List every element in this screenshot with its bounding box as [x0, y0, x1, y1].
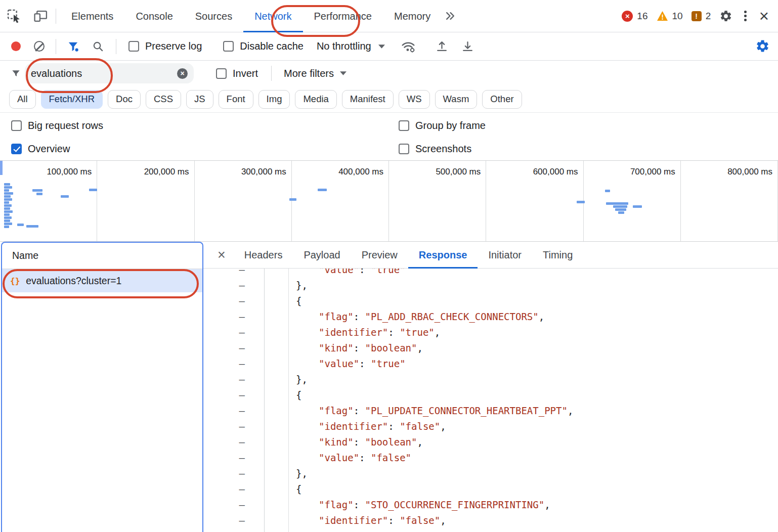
disable-cache-toggle[interactable]: Disable cache [223, 40, 304, 52]
filter-chip-font[interactable]: Font [219, 90, 253, 109]
big-request-rows-toggle[interactable]: Big request rows [11, 120, 399, 131]
network-filter-input[interactable] [31, 68, 177, 79]
group-by-frame-toggle[interactable]: Group by frame [399, 120, 778, 131]
settings-gear-button[interactable] [719, 10, 732, 23]
big-request-rows-checkbox[interactable] [11, 120, 22, 131]
throttling-select[interactable]: No throttling [317, 40, 385, 52]
more-options-button[interactable] [741, 9, 750, 23]
network-activity-bar [633, 205, 642, 208]
plain-token: : [388, 421, 400, 432]
network-activity-bar [318, 189, 327, 191]
screenshots-toggle[interactable]: Screenshots [399, 143, 778, 155]
line-marker: – [203, 419, 264, 434]
more-tabs-button[interactable] [445, 11, 455, 21]
disable-cache-checkbox[interactable] [223, 41, 234, 52]
string-token: "flag" [319, 499, 354, 510]
string-token: "false" [371, 452, 411, 463]
filter-chip-ws[interactable]: WS [399, 90, 430, 109]
console-errors-badge[interactable]: × 16 [622, 11, 647, 22]
filter-chip-css[interactable]: CSS [146, 90, 181, 109]
plain-token: , [440, 515, 446, 526]
overview-toggle[interactable]: Overview [11, 143, 399, 155]
network-overview-timeline[interactable]: 100,000 ms200,000 ms300,000 ms400,000 ms… [0, 161, 778, 242]
response-code: "value": "true" [264, 269, 406, 278]
detail-tab-initiator[interactable]: Initiator [478, 242, 532, 269]
screenshots-checkbox[interactable] [399, 144, 409, 154]
timeline-scroll-handle[interactable] [0, 161, 3, 175]
string-token: "identifier" [319, 515, 388, 526]
network-activity-bar [618, 211, 624, 214]
filter-chip-manifest[interactable]: Manifest [342, 90, 394, 109]
network-activity-bar [4, 189, 9, 192]
network-activity-bar [605, 190, 610, 192]
group-by-frame-checkbox[interactable] [399, 120, 409, 131]
issue-count: 2 [706, 11, 711, 22]
filter-chip-fetch-xhr[interactable]: Fetch/XHR [41, 90, 103, 109]
separator [56, 9, 56, 24]
detail-tab-payload[interactable]: Payload [293, 242, 351, 269]
response-code: "flag": "STO_OCCURRENCE_FINGERPRINTING", [264, 497, 550, 513]
record-network-log-button[interactable] [11, 41, 21, 51]
plain-token: : [354, 311, 365, 322]
devtools-window: ElementsConsoleSourcesNetworkPerformance… [0, 0, 778, 532]
network-conditions-button[interactable] [401, 40, 415, 53]
network-activity-bar [4, 213, 10, 216]
export-har-button[interactable] [461, 40, 474, 53]
clear-network-log-button[interactable] [34, 41, 45, 52]
more-filters-button[interactable]: More filters [284, 68, 347, 79]
tab-network[interactable]: Network [243, 0, 302, 32]
overview-checkbox[interactable] [11, 144, 22, 154]
detail-tab-headers[interactable]: Headers [234, 242, 293, 269]
preserve-log-checkbox[interactable] [128, 41, 139, 52]
device-toolbar-button[interactable] [34, 10, 48, 22]
filter-chip-all[interactable]: All [9, 90, 36, 109]
network-activity-bar [4, 201, 9, 204]
network-activity-bar [606, 202, 628, 205]
response-code-area[interactable]: –"value": "true"–},–{–"flag": "PL_ADD_RB… [203, 269, 778, 532]
filter-chip-doc[interactable]: Doc [108, 90, 141, 109]
filter-chip-img[interactable]: Img [258, 90, 290, 109]
invert-checkbox[interactable] [216, 68, 227, 79]
network-activity-bar [4, 198, 12, 201]
detail-tab-response[interactable]: Response [408, 242, 478, 269]
close-devtools-button[interactable]: × [758, 8, 770, 24]
filter-chip-wasm[interactable]: Wasm [435, 90, 478, 109]
request-row[interactable]: {}evaluations?cluster=1 [2, 269, 202, 292]
detail-tab-preview[interactable]: Preview [351, 242, 408, 269]
tab-sources[interactable]: Sources [184, 0, 243, 32]
filter-chip-js[interactable]: JS [186, 90, 213, 109]
filter-toggle-button[interactable] [67, 40, 79, 52]
import-har-button[interactable] [436, 40, 448, 53]
tab-performance[interactable]: Performance [303, 0, 383, 32]
response-line: –}, [203, 278, 778, 293]
issues-badge[interactable]: ! 2 [691, 11, 711, 22]
tab-memory[interactable]: Memory [383, 0, 442, 32]
network-activity-bar [4, 223, 12, 225]
response-line: –"kind": "boolean", [203, 528, 778, 532]
filter-chip-media[interactable]: Media [295, 90, 336, 109]
console-warnings-badge[interactable]: 10 [657, 11, 683, 22]
tab-console[interactable]: Console [124, 0, 184, 32]
string-token: "PL_ADD_RBAC_CHECK_CONNECTORS" [365, 311, 539, 322]
invert-filter-toggle[interactable]: Invert [216, 68, 258, 79]
plain-token: }, [296, 374, 308, 385]
detail-tab-timing[interactable]: Timing [532, 242, 583, 269]
string-token: "flag" [319, 311, 354, 322]
close-detail-button[interactable]: × [203, 248, 234, 262]
preserve-log-toggle[interactable]: Preserve log [128, 40, 202, 52]
name-column-header[interactable]: Name [2, 243, 202, 269]
search-button[interactable] [92, 40, 104, 52]
clear-filter-button[interactable]: × [177, 68, 188, 79]
request-detail-panel: × HeadersPayloadPreviewResponseInitiator… [203, 242, 778, 532]
response-line: –"flag": "PL_UPDATE_CONNECTOR_HEARTBEAT_… [203, 403, 778, 419]
network-settings-button[interactable] [755, 39, 770, 54]
type-chips: AllFetch/XHRDocCSSJSFontImgMediaManifest… [0, 86, 778, 113]
filter-chip-other[interactable]: Other [482, 90, 522, 109]
string-token: "true" [400, 327, 435, 338]
search-icon [92, 40, 104, 52]
tab-elements[interactable]: Elements [60, 0, 124, 32]
network-activity-bar [4, 207, 10, 210]
response-line: –{ [203, 387, 778, 403]
inspect-element-button[interactable] [7, 9, 21, 23]
response-line: –"flag": "PL_ADD_RBAC_CHECK_CONNECTORS", [203, 309, 778, 325]
